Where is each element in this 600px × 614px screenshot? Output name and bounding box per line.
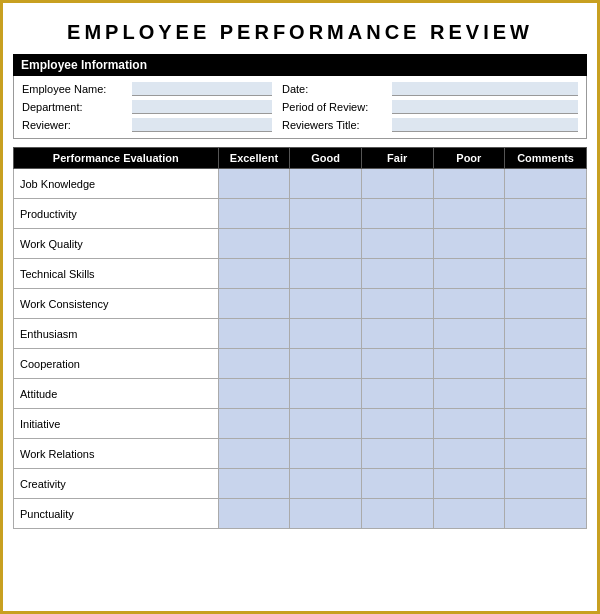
cell-comments[interactable]	[505, 169, 587, 199]
cell-poor[interactable]	[433, 379, 505, 409]
period-input[interactable]	[392, 100, 578, 114]
table-row: Creativity	[14, 469, 587, 499]
cell-poor[interactable]	[433, 319, 505, 349]
cell-excellent[interactable]	[218, 169, 290, 199]
cell-comments[interactable]	[505, 379, 587, 409]
cell-excellent[interactable]	[218, 499, 290, 529]
cell-fair[interactable]	[361, 229, 433, 259]
cell-excellent[interactable]	[218, 439, 290, 469]
page-wrapper: EMPLOYEE PERFORMANCE REVIEW Employee Inf…	[0, 0, 600, 614]
cell-comments[interactable]	[505, 229, 587, 259]
cell-good[interactable]	[290, 229, 362, 259]
department-row: Department: Period of Review:	[22, 100, 578, 114]
reviewer-row: Reviewer: Reviewers Title:	[22, 118, 578, 132]
row-label: Technical Skills	[14, 259, 219, 289]
cell-poor[interactable]	[433, 469, 505, 499]
col-performance: Performance Evaluation	[14, 148, 219, 169]
cell-good[interactable]	[290, 259, 362, 289]
table-header-row: Performance Evaluation Excellent Good Fa…	[14, 148, 587, 169]
row-label: Productivity	[14, 199, 219, 229]
cell-good[interactable]	[290, 439, 362, 469]
col-good: Good	[290, 148, 362, 169]
cell-excellent[interactable]	[218, 409, 290, 439]
cell-poor[interactable]	[433, 199, 505, 229]
cell-comments[interactable]	[505, 259, 587, 289]
row-label: Enthusiasm	[14, 319, 219, 349]
cell-fair[interactable]	[361, 499, 433, 529]
cell-excellent[interactable]	[218, 379, 290, 409]
cell-fair[interactable]	[361, 319, 433, 349]
reviewer-input[interactable]	[132, 118, 272, 132]
cell-comments[interactable]	[505, 199, 587, 229]
cell-comments[interactable]	[505, 469, 587, 499]
cell-comments[interactable]	[505, 499, 587, 529]
cell-fair[interactable]	[361, 439, 433, 469]
cell-poor[interactable]	[433, 229, 505, 259]
cell-poor[interactable]	[433, 349, 505, 379]
row-label: Work Relations	[14, 439, 219, 469]
cell-poor[interactable]	[433, 289, 505, 319]
cell-good[interactable]	[290, 199, 362, 229]
cell-good[interactable]	[290, 379, 362, 409]
cell-excellent[interactable]	[218, 349, 290, 379]
table-row: Enthusiasm	[14, 319, 587, 349]
cell-fair[interactable]	[361, 289, 433, 319]
cell-comments[interactable]	[505, 409, 587, 439]
cell-good[interactable]	[290, 319, 362, 349]
cell-good[interactable]	[290, 169, 362, 199]
table-row: Work Quality	[14, 229, 587, 259]
cell-good[interactable]	[290, 289, 362, 319]
row-label: Creativity	[14, 469, 219, 499]
cell-excellent[interactable]	[218, 469, 290, 499]
cell-good[interactable]	[290, 499, 362, 529]
cell-fair[interactable]	[361, 409, 433, 439]
col-comments: Comments	[505, 148, 587, 169]
cell-comments[interactable]	[505, 319, 587, 349]
cell-excellent[interactable]	[218, 259, 290, 289]
date-label: Date:	[282, 83, 392, 95]
cell-fair[interactable]	[361, 169, 433, 199]
cell-good[interactable]	[290, 469, 362, 499]
reviewer-title-input[interactable]	[392, 118, 578, 132]
employee-name-input[interactable]	[132, 82, 272, 96]
table-row: Technical Skills	[14, 259, 587, 289]
cell-fair[interactable]	[361, 379, 433, 409]
cell-excellent[interactable]	[218, 289, 290, 319]
cell-fair[interactable]	[361, 349, 433, 379]
col-excellent: Excellent	[218, 148, 290, 169]
cell-fair[interactable]	[361, 469, 433, 499]
table-row: Initiative	[14, 409, 587, 439]
cell-comments[interactable]	[505, 439, 587, 469]
table-row: Job Knowledge	[14, 169, 587, 199]
row-label: Punctuality	[14, 499, 219, 529]
cell-poor[interactable]	[433, 439, 505, 469]
employee-info-header: Employee Information	[13, 54, 587, 76]
table-row: Work Consistency	[14, 289, 587, 319]
cell-poor[interactable]	[433, 169, 505, 199]
col-poor: Poor	[433, 148, 505, 169]
cell-poor[interactable]	[433, 259, 505, 289]
cell-comments[interactable]	[505, 289, 587, 319]
table-row: Attitude	[14, 379, 587, 409]
row-label: Work Consistency	[14, 289, 219, 319]
reviewer-label: Reviewer:	[22, 119, 132, 131]
page-title: EMPLOYEE PERFORMANCE REVIEW	[13, 13, 587, 54]
cell-poor[interactable]	[433, 409, 505, 439]
cell-excellent[interactable]	[218, 229, 290, 259]
cell-fair[interactable]	[361, 199, 433, 229]
row-label: Cooperation	[14, 349, 219, 379]
cell-good[interactable]	[290, 349, 362, 379]
row-label: Attitude	[14, 379, 219, 409]
cell-poor[interactable]	[433, 499, 505, 529]
cell-excellent[interactable]	[218, 319, 290, 349]
department-input[interactable]	[132, 100, 272, 114]
cell-good[interactable]	[290, 409, 362, 439]
cell-comments[interactable]	[505, 349, 587, 379]
date-input[interactable]	[392, 82, 578, 96]
table-row: Work Relations	[14, 439, 587, 469]
cell-fair[interactable]	[361, 259, 433, 289]
period-label: Period of Review:	[282, 101, 392, 113]
row-label: Initiative	[14, 409, 219, 439]
cell-excellent[interactable]	[218, 199, 290, 229]
table-row: Punctuality	[14, 499, 587, 529]
